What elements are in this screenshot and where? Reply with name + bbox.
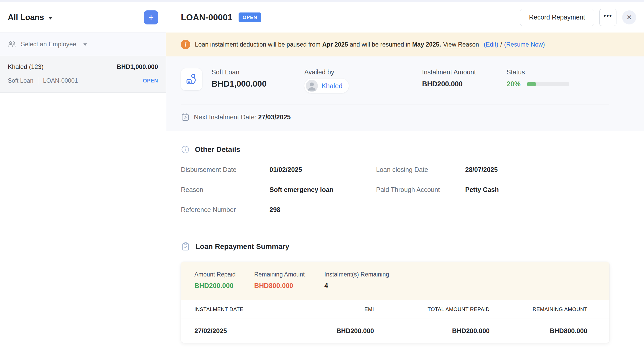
repayment-card: Amount Repaid BHD200.000 Remaining Amoun… — [181, 262, 609, 343]
users-icon — [8, 40, 16, 48]
sidebar: All Loans + Select an Employee Khaled (1… — [0, 2, 166, 361]
loan-item-employee-name: Khaled (123) — [8, 63, 43, 70]
more-options-button[interactable]: ••• — [599, 9, 616, 26]
loan-item-type: Soft Loan — [8, 77, 33, 84]
detail-value: 28/07/2025 — [465, 166, 609, 173]
header-actions: Record Repayment ••• ✕ — [520, 9, 637, 26]
stat-amount-repaid: Amount Repaid BHD200.000 — [194, 271, 254, 290]
main-header: LOAN-00001 OPEN Record Repayment ••• ✕ — [166, 2, 644, 33]
loan-type-label: Soft Loan — [212, 68, 304, 76]
banner-resume-month: May 2025. — [412, 41, 441, 48]
record-repayment-button[interactable]: Record Repayment — [520, 9, 594, 26]
banner-text-part: and will be resumed in — [348, 41, 412, 48]
pause-info-banner: i Loan instalment deduction will be paus… — [166, 33, 644, 56]
banner-text-part: Loan instalment deduction will be paused… — [195, 41, 322, 48]
loan-item-number: LOAN-00001 — [43, 77, 78, 84]
other-details-heading: Other Details — [181, 145, 609, 154]
repayment-summary-title: Loan Repayment Summary — [195, 242, 289, 251]
loan-type-icon-card — [181, 68, 202, 90]
divider — [38, 77, 38, 85]
instalment-amount-label: Instalment Amount — [422, 68, 507, 76]
stat-value: 4 — [324, 282, 389, 290]
stat-label: Amount Repaid — [194, 271, 254, 278]
column-header: REMAINING AMOUNT — [490, 306, 587, 312]
banner-pause-month: Apr 2025 — [322, 41, 348, 48]
link-separator: / — [500, 41, 502, 48]
next-instalment-row: Next Instalment Date: 27/03/2025 — [166, 105, 644, 131]
progress-percent: 20% — [507, 80, 521, 88]
detail-label: Disbursement Date — [181, 166, 270, 173]
detail-label: Paid Through Account — [376, 186, 465, 194]
app: All Loans + Select an Employee Khaled (1… — [0, 0, 644, 361]
availed-by-label: Availed by — [304, 68, 422, 76]
column-header: INSTALMENT DATE — [194, 306, 298, 312]
divider — [181, 228, 609, 228]
loan-item-status-badge: OPEN — [143, 78, 158, 84]
resume-now-link[interactable]: (Resume Now) — [504, 41, 545, 48]
instalment-amount-value: BHD200.000 — [422, 80, 507, 88]
status-block: Status 20% — [507, 68, 629, 88]
progress-bar-fill — [527, 82, 536, 86]
employee-filter-dropdown[interactable]: Select an Employee — [0, 33, 166, 56]
loan-money-bag-icon — [185, 73, 198, 86]
detail-value: 01/02/2025 — [270, 166, 376, 173]
availed-by-block: Availed by Khaled — [304, 68, 422, 93]
cell-emi: BHD200.000 — [298, 327, 374, 335]
detail-label — [376, 206, 465, 214]
cell-total-repaid: BHD200.000 — [374, 327, 490, 335]
banner-text: Loan instalment deduction will be paused… — [195, 41, 545, 48]
detail-value — [465, 206, 609, 214]
detail-label: Reason — [181, 186, 270, 194]
cell-remaining: BHD800.000 — [490, 327, 587, 335]
stat-label: Instalment(s) Remaining — [324, 271, 389, 278]
avatar — [306, 80, 318, 92]
top-strip — [0, 0, 644, 2]
stat-remaining-amount: Remaining Amount BHD800.000 — [254, 271, 324, 290]
info-circle-icon — [181, 145, 190, 154]
edit-link[interactable]: (Edit) — [484, 41, 498, 48]
calendar-next-icon — [181, 113, 190, 121]
view-reason-link[interactable]: View Reason — [443, 41, 479, 48]
cell-instalment-date: 27/02/2025 — [194, 327, 298, 335]
loan-summary-section: Soft Loan BHD1,000.000 Availed by — [166, 56, 644, 131]
close-button[interactable]: ✕ — [622, 10, 636, 24]
column-header: EMI — [298, 306, 374, 312]
main-panel: LOAN-00001 OPEN Record Repayment ••• ✕ i… — [166, 2, 644, 361]
chevron-down-icon — [48, 17, 52, 20]
progress-bar — [527, 82, 569, 86]
info-icon: i — [181, 40, 190, 49]
column-header: TOTAL AMOUNT REPAID — [374, 306, 490, 312]
detail-value: 298 — [270, 206, 376, 214]
next-instalment-date: 27/03/2025 — [258, 113, 291, 121]
other-details-grid: Disbursement Date 01/02/2025 Loan closin… — [181, 166, 609, 214]
loan-type-block: Soft Loan BHD1,000.000 — [212, 68, 304, 89]
employee-chip[interactable]: Khaled — [304, 79, 349, 93]
add-loan-button[interactable]: + — [144, 10, 158, 24]
detail-value: Petty Cash — [465, 186, 609, 194]
loan-item-meta: Soft Loan LOAN-00001 — [8, 77, 78, 85]
stat-label: Remaining Amount — [254, 271, 324, 278]
detail-content: Other Details Disbursement Date 01/02/20… — [166, 131, 644, 343]
sidebar-header: All Loans + — [0, 2, 166, 33]
loan-amount: BHD1,000.000 — [212, 79, 304, 89]
table-row: 27/02/2025 BHD200.000 BHD200.000 BHD800.… — [181, 319, 609, 343]
detail-label: Loan closing Date — [376, 166, 465, 173]
detail-value: Soft emergency loan — [270, 186, 376, 194]
instalment-table-header: INSTALMENT DATE EMI TOTAL AMOUNT REPAID … — [181, 300, 609, 319]
loan-item-amount: BHD1,000.000 — [117, 63, 158, 70]
status-badge: OPEN — [239, 12, 261, 22]
all-loans-dropdown[interactable]: All Loans — [8, 13, 52, 22]
chevron-down-icon — [83, 43, 87, 46]
stat-instalments-remaining: Instalment(s) Remaining 4 — [324, 271, 389, 290]
instalment-table: INSTALMENT DATE EMI TOTAL AMOUNT REPAID … — [181, 300, 609, 343]
repayment-summary-heading: Loan Repayment Summary — [181, 242, 609, 251]
status-label: Status — [507, 68, 629, 76]
other-details-title: Other Details — [195, 145, 240, 154]
sidebar-title: All Loans — [8, 13, 44, 22]
page-title: LOAN-00001 — [181, 12, 232, 22]
instalment-amount-block: Instalment Amount BHD200.000 — [422, 68, 507, 88]
employee-filter-label: Select an Employee — [21, 41, 76, 48]
stat-value: BHD200.000 — [194, 282, 254, 290]
detail-label: Reference Number — [181, 206, 270, 214]
loan-list-item[interactable]: Khaled (123) BHD1,000.000 Soft Loan LOAN… — [0, 56, 166, 93]
